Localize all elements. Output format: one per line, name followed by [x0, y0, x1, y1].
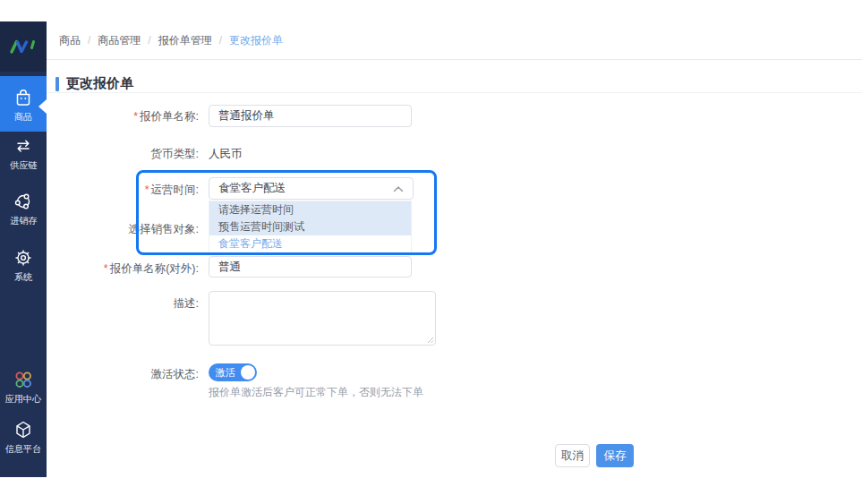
- quote-name-label: 报价单名称:: [47, 109, 199, 124]
- title-accent-bar: [55, 77, 59, 91]
- sidebar-item-info-platform[interactable]: 信息平台: [0, 419, 47, 454]
- dropdown-option[interactable]: 预售运营时间测试: [209, 218, 411, 235]
- breadcrumb-separator: /: [88, 34, 90, 47]
- sidebar-item-label: 供应链: [10, 159, 37, 169]
- page-title: 更改报价单: [55, 75, 133, 92]
- share-icon: [13, 191, 34, 212]
- breadcrumb-item[interactable]: 报价单管理: [158, 33, 212, 48]
- sidebar-item-label: 应用中心: [5, 393, 41, 403]
- toggle-state-text: 激活: [216, 366, 235, 380]
- sidebar: 商品 供应链 进销存 系统 应用中心: [0, 21, 47, 477]
- external-name-input[interactable]: [209, 256, 412, 278]
- sidebar-item-label: 系统: [14, 271, 32, 281]
- active-item-pointer: [38, 99, 47, 114]
- save-button[interactable]: 保存: [596, 444, 634, 467]
- active-status-helper: 报价单激活后客户可正常下单，否则无法下单: [209, 385, 423, 400]
- title-divider: [47, 92, 862, 93]
- apps-icon: [13, 369, 34, 390]
- sidebar-item-label: 商品: [14, 111, 32, 121]
- page-title-text: 更改报价单: [66, 75, 133, 92]
- sidebar-item-app-center[interactable]: 应用中心: [0, 369, 47, 404]
- sidebar-item-inventory[interactable]: 进销存: [0, 191, 47, 226]
- currency-label: 货币类型:: [47, 147, 199, 162]
- cube-icon: [13, 419, 34, 440]
- breadcrumb-item-current: 更改报价单: [229, 33, 283, 48]
- breadcrumb-separator: /: [219, 34, 222, 47]
- breadcrumb-item[interactable]: 商品管理: [98, 33, 141, 48]
- chevron-up-icon: [393, 185, 404, 192]
- arrows-icon: [13, 135, 34, 157]
- description-textarea[interactable]: [209, 291, 436, 346]
- sidebar-item-label: 进销存: [10, 215, 37, 225]
- dropdown-option-selected[interactable]: 食堂客户配送: [209, 235, 411, 252]
- operating-time-select[interactable]: 食堂客户配送: [209, 177, 414, 200]
- gear-icon: [13, 247, 34, 269]
- breadcrumb-separator: /: [148, 34, 150, 47]
- sales-target-label: 选择销售对象:: [47, 222, 199, 237]
- dropdown-option[interactable]: 请选择运营时间: [209, 201, 411, 218]
- breadcrumb-item[interactable]: 商品: [59, 33, 81, 48]
- cancel-button[interactable]: 取消: [555, 444, 590, 467]
- quote-name-input[interactable]: [209, 105, 412, 127]
- currency-value: 人民币: [209, 147, 243, 162]
- active-status-label: 激活状态:: [47, 367, 199, 382]
- operating-time-selected-value: 食堂客户配送: [218, 181, 393, 196]
- toggle-knob: [241, 365, 255, 380]
- breadcrumb: 商品 / 商品管理 / 报价单管理 / 更改报价单: [47, 21, 862, 60]
- active-status-toggle[interactable]: 激活: [209, 363, 257, 381]
- app-logo[interactable]: [0, 21, 47, 72]
- logo-icon: [8, 38, 38, 56]
- sidebar-item-label: 信息平台: [5, 443, 41, 453]
- sidebar-item-system[interactable]: 系统: [0, 247, 47, 282]
- operating-time-label: 运营时间:: [47, 183, 199, 198]
- bag-icon: [13, 87, 34, 108]
- operating-time-dropdown: 请选择运营时间 预售运营时间测试 食堂客户配送: [209, 201, 412, 253]
- sidebar-item-supply-chain[interactable]: 供应链: [0, 135, 47, 170]
- description-label: 描述:: [47, 296, 199, 312]
- external-name-label: 报价单名称(对外):: [47, 261, 199, 277]
